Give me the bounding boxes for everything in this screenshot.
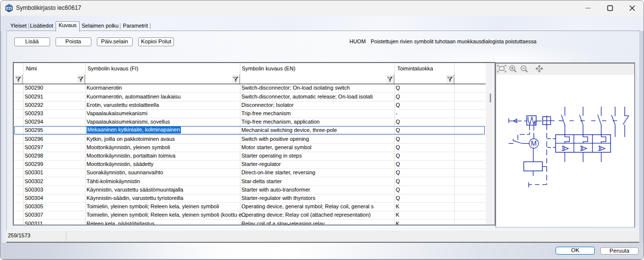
svg-text:M: M bbox=[531, 139, 537, 147]
svg-text:ED: ED bbox=[6, 5, 12, 10]
